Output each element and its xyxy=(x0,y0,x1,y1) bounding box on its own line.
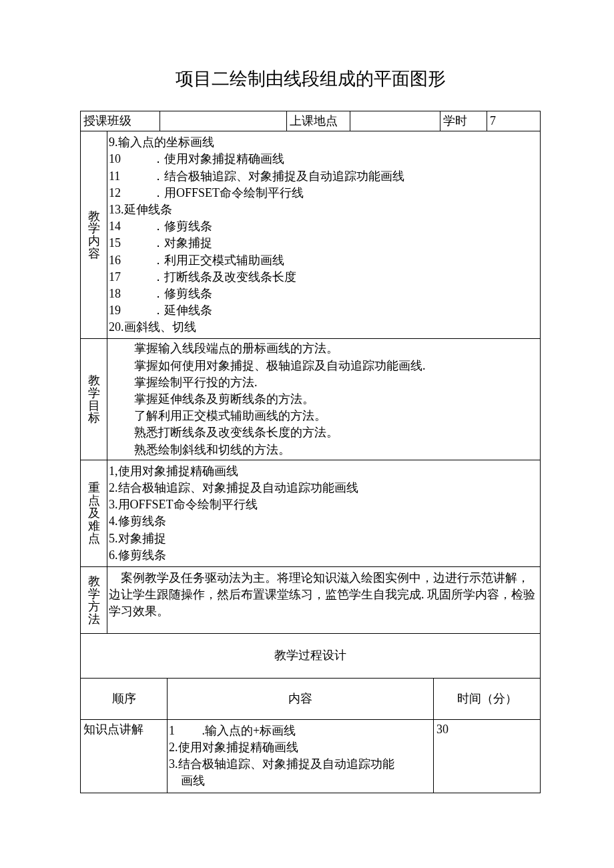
difficulty-item: 4.修剪线条 xyxy=(109,513,539,530)
header-row: 授课班级 上课地点 学时 7 xyxy=(81,111,541,131)
difficulty-item: 2.结合极轴追踪、对象捕捉及自动追踪功能画线 xyxy=(109,480,539,496)
content-item: 9.输入点的坐标画线 xyxy=(109,134,539,151)
class-label: 授课班级 xyxy=(81,111,160,131)
goal-item: 熟悉绘制斜线和切线的方法。 xyxy=(107,442,540,458)
process-content-line: 画线 xyxy=(169,773,432,789)
difficulty-item: 1,使用对象捕捉精确画线 xyxy=(109,463,539,480)
process-time: 30 xyxy=(434,719,541,793)
goal-item: 掌握延伸线条及剪断线条的方法。 xyxy=(107,391,540,408)
col-order-label: 顺序 xyxy=(81,679,168,720)
process-content: 1 .输入点的+标画线 2.使用对象捕捉精确画线 3.结合极轴追踪、对象捕捉及自… xyxy=(168,719,434,793)
teaching-methods-label: 教学方法 xyxy=(81,566,107,634)
content-item: 10．使用对象捕捉精确画线 xyxy=(109,151,539,167)
col-content-label: 内容 xyxy=(168,679,434,720)
difficulty-item: 5.对象捕捉 xyxy=(109,530,539,547)
content-item: 17．打断线条及改变线条长度 xyxy=(109,269,539,286)
col-time-label: 时间（分） xyxy=(434,679,541,720)
teaching-goals-body: 掌握输入线段端点的册标画线的方法。 掌握如何使用对象捕捉、极轴追踪及自动追踪功能… xyxy=(107,339,541,460)
process-order: 知识点讲解 xyxy=(81,719,168,793)
difficulty-item: 6.修剪线条 xyxy=(109,547,539,564)
content-item: 13.延伸线条 xyxy=(109,201,539,218)
content-item: 20.画斜线、切线 xyxy=(109,319,539,336)
content-item: 11．结合极轴追踪、对象捕捉及自动追踪功能画线 xyxy=(109,168,539,185)
teaching-content-body: 9.输入点的坐标画线 10．使用对象捕捉精确画线 11．结合极轴追踪、对象捕捉及… xyxy=(107,131,541,339)
hours-label: 学时 xyxy=(440,111,487,131)
key-difficulties-label: 重点及难点 xyxy=(81,460,107,566)
key-difficulties-row: 重点及难点 1,使用对象捕捉精确画线 2.结合极轴追踪、对象捕捉及自动追踪功能画… xyxy=(81,460,541,566)
location-value xyxy=(350,111,440,131)
content-item: 18．修剪线条 xyxy=(109,286,539,302)
class-value xyxy=(160,111,287,131)
goal-item: 了解利用正交模式辅助画线的方法。 xyxy=(107,408,540,424)
process-content-line: 1 .输入点的+标画线 xyxy=(169,723,432,739)
teaching-methods-row: 教学方法 案例教学及任务驱动法为主。将理论知识滋入绘图实例中，边进行示范讲解，边… xyxy=(81,566,541,634)
process-design-title: 教学过程设计 xyxy=(81,634,541,678)
key-difficulties-body: 1,使用对象捕捉精确画线 2.结合极轴追踪、对象捕捉及自动追踪功能画线 3.用O… xyxy=(107,460,541,566)
lesson-plan-table: 授课班级 上课地点 学时 7 教学内容 9.输入点的坐标画线 10．使用对象捕捉… xyxy=(80,111,541,679)
content-item: 12．用OFFSET命令绘制平行线 xyxy=(109,185,539,201)
process-row: 知识点讲解 1 .输入点的+标画线 2.使用对象捕捉精确画线 3.结合极轴追踪、… xyxy=(81,719,541,793)
content-item: 15．对象捕捉 xyxy=(109,235,539,252)
goal-item: 掌握如何使用对象捕捉、极轴追踪及自动追踪功能画线. xyxy=(107,358,540,374)
process-content-line: 3.结合极轴追踪、对象捕捉及自动追踪功能 xyxy=(169,756,432,773)
goal-item: 掌握绘制平行投的方法. xyxy=(107,374,540,391)
content-item: 19．延伸线条 xyxy=(109,302,539,319)
goal-item: 掌握输入线段端点的册标画线的方法。 xyxy=(107,340,540,357)
process-content-line: 2.使用对象捕捉精确画线 xyxy=(169,739,432,756)
teaching-methods-body: 案例教学及任务驱动法为主。将理论知识滋入绘图实例中，边进行示范讲解，边让学生跟随… xyxy=(107,566,541,634)
process-header-row: 顺序 内容 时间（分） xyxy=(81,679,541,720)
process-design-title-row: 教学过程设计 xyxy=(81,634,541,678)
teaching-content-label: 教学内容 xyxy=(81,131,107,339)
content-item: 14．修剪线条 xyxy=(109,218,539,235)
page-title: 项目二绘制由线段组成的平面图形 xyxy=(80,67,541,91)
teaching-goals-row: 教学目标 掌握输入线段端点的册标画线的方法。 掌握如何使用对象捕捉、极轴追踪及自… xyxy=(81,339,541,460)
location-label: 上课地点 xyxy=(287,111,350,131)
process-design-table: 顺序 内容 时间（分） 知识点讲解 1 .输入点的+标画线 2.使用对象捕捉精确… xyxy=(80,679,541,793)
teaching-goals-label: 教学目标 xyxy=(81,339,107,460)
goal-item: 熟悉打断线条及改变线条长度的方法。 xyxy=(107,424,540,441)
content-item: 16．利用正交模式辅助画线 xyxy=(109,252,539,269)
difficulty-item: 3.用OFFSET命令绘制平行线 xyxy=(109,496,539,513)
teaching-content-row: 教学内容 9.输入点的坐标画线 10．使用对象捕捉精确画线 11．结合极轴追踪、… xyxy=(81,131,541,339)
hours-value: 7 xyxy=(487,111,541,131)
